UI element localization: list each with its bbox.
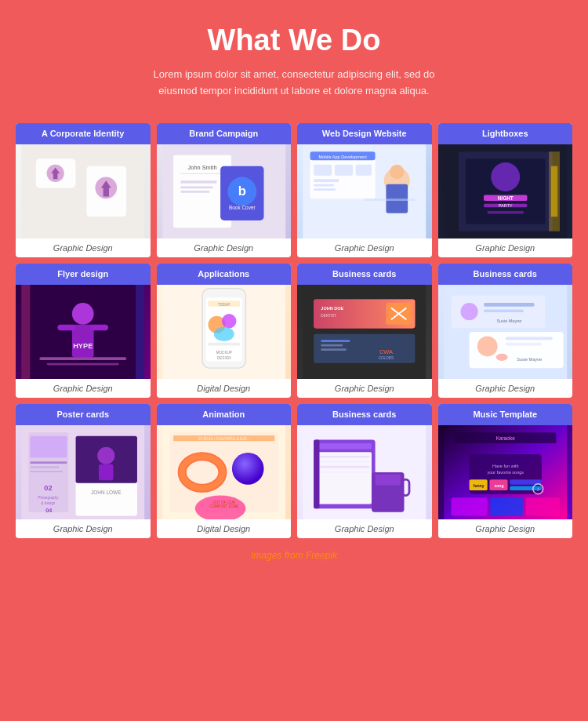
- svg-rect-46: [39, 357, 126, 360]
- svg-text:JOHN LOWE: JOHN LOWE: [91, 490, 122, 495]
- svg-text:funny: funny: [473, 484, 484, 489]
- svg-point-58: [213, 327, 234, 341]
- footer-link[interactable]: Freepik: [306, 550, 337, 561]
- card-header-music: Music Template: [438, 404, 573, 425]
- svg-rect-21: [335, 165, 353, 176]
- card-header-web: Web Design Website: [297, 123, 432, 144]
- svg-rect-71: [321, 340, 350, 342]
- svg-rect-29: [365, 198, 416, 201]
- svg-rect-117: [320, 456, 370, 458]
- svg-rect-38: [487, 211, 523, 214]
- svg-rect-20: [314, 165, 332, 176]
- card-footer-lightbox: Graphic Design: [438, 239, 573, 257]
- svg-rect-44: [57, 325, 75, 330]
- card-header-lightbox: Lightboxes: [438, 123, 573, 144]
- card-image-music: Karaoke Have fun with your favorite song…: [438, 425, 573, 519]
- svg-text:Photography: Photography: [38, 496, 59, 500]
- svg-rect-115: [318, 443, 372, 449]
- card-business-cards-1[interactable]: Business cards JOHN DOE DENTIST: [297, 264, 432, 398]
- svg-rect-47: [47, 363, 119, 366]
- card-image-lightbox: NIGHT PARTY: [438, 144, 573, 239]
- card-footer-biz3: Graphic Design: [297, 519, 432, 538]
- svg-point-27: [390, 165, 404, 179]
- svg-rect-100: [99, 464, 113, 480]
- svg-rect-24: [314, 184, 334, 187]
- svg-point-33: [491, 162, 520, 191]
- svg-rect-119: [320, 466, 370, 468]
- card-footer-brand: Graphic Design: [157, 239, 292, 257]
- svg-rect-138: [490, 497, 523, 515]
- svg-rect-62: [303, 285, 426, 379]
- card-web-design[interactable]: Web Design Website Mobile App Developmen…: [297, 123, 432, 257]
- svg-text:DESIGN: DESIGN: [216, 356, 230, 360]
- svg-rect-43: [72, 325, 94, 358]
- svg-text:PARTY: PARTY: [498, 203, 512, 208]
- card-brand-campaign[interactable]: Brand Campaign John Smith b Book Cover G…: [157, 123, 292, 257]
- card-footer-biz1: Graphic Design: [297, 379, 432, 398]
- svg-text:song: song: [494, 484, 503, 489]
- svg-text:b: b: [238, 183, 245, 198]
- card-header-animation: Animation: [157, 404, 292, 425]
- card-image-corporate: [16, 144, 151, 239]
- svg-rect-73: [321, 348, 346, 351]
- svg-rect-23: [314, 179, 339, 182]
- page-title: What We Do: [16, 24, 572, 57]
- svg-rect-123: [376, 475, 401, 486]
- svg-rect-120: [320, 471, 370, 473]
- svg-rect-11: [180, 191, 209, 193]
- card-image-web: Mobile App Development: [297, 144, 432, 239]
- svg-rect-40: [550, 166, 557, 217]
- svg-text:DENTIST: DENTIST: [321, 314, 336, 318]
- svg-rect-45: [90, 325, 108, 330]
- svg-rect-79: [484, 303, 535, 307]
- card-lightboxes[interactable]: Lightboxes NIGHT PARTY: [438, 123, 573, 257]
- svg-text:Mobile App Development: Mobile App Development: [318, 155, 367, 159]
- svg-rect-22: [356, 165, 372, 176]
- svg-rect-59: [208, 343, 240, 346]
- card-flyer-design[interactable]: Flyer design HYPE: [16, 264, 151, 398]
- svg-point-109: [231, 453, 263, 485]
- card-business-cards-3[interactable]: Business cards: [297, 404, 432, 538]
- card-footer-poster: Graphic Design: [16, 519, 151, 538]
- card-header-brand: Brand Campaign: [157, 123, 292, 144]
- card-footer-biz2: Graphic Design: [438, 379, 573, 398]
- svg-text:HYPE: HYPE: [73, 342, 93, 350]
- svg-text:CWA: CWA: [379, 348, 393, 355]
- card-business-cards-2[interactable]: Business cards Susie Mayne Susie: [438, 264, 573, 398]
- svg-rect-116: [318, 452, 372, 504]
- svg-text:22-02-21 • COLORFUL ILLUS...: 22-02-21 • COLORFUL ILLUS...: [198, 438, 250, 442]
- svg-rect-93: [30, 471, 63, 472]
- card-footer-music: Graphic Design: [438, 519, 573, 538]
- svg-rect-8: [180, 173, 223, 174]
- footer-note: Images from Freepik: [16, 550, 572, 561]
- svg-text:02: 02: [44, 484, 52, 492]
- card-animation[interactable]: Animation 22-02-21 • COLORFUL ILLUS...: [157, 404, 292, 538]
- svg-text:JOHN DOE: JOHN DOE: [321, 306, 343, 311]
- card-applications[interactable]: Applications TODAY MOCKUP DESIGN: [157, 264, 292, 398]
- card-header-biz1: Business cards: [297, 264, 432, 285]
- card-footer-corporate: Graphic Design: [16, 239, 151, 257]
- svg-text:Have fun with: Have fun with: [492, 464, 518, 468]
- card-footer-flyer: Graphic Design: [16, 379, 151, 398]
- svg-rect-80: [484, 309, 524, 312]
- card-footer-apps: Digital Design: [157, 379, 292, 398]
- card-corporate-identity[interactable]: A Corporate Identity Graphic Design: [16, 123, 151, 257]
- svg-text:John Smith: John Smith: [187, 164, 216, 171]
- card-header-poster: Poster cards: [16, 404, 151, 425]
- svg-text:Susie Mayne: Susie Mayne: [517, 357, 542, 362]
- card-header-corporate: A Corporate Identity: [16, 123, 151, 144]
- card-header-biz3: Business cards: [297, 404, 432, 425]
- svg-rect-137: [451, 497, 487, 515]
- card-image-poster: 02 Photography & design JOHN LOWE 04: [16, 425, 151, 519]
- svg-rect-25: [314, 188, 336, 191]
- card-image-biz2: Susie Mayne Susie Mayne: [438, 285, 573, 379]
- svg-text:NIGHT: NIGHT: [497, 195, 513, 201]
- card-poster-cards[interactable]: Poster cards 02 Photography & design: [16, 404, 151, 538]
- svg-text:Susie Mayne: Susie Mayne: [496, 319, 521, 323]
- svg-rect-86: [505, 343, 541, 346]
- card-header-flyer: Flyer design: [16, 264, 151, 285]
- svg-text:Karaoke: Karaoke: [495, 436, 514, 442]
- svg-text:OUT OF OUR: OUT OF OUR: [212, 501, 236, 504]
- svg-point-57: [221, 314, 235, 328]
- card-music-template[interactable]: Music Template Karaoke: [438, 404, 573, 538]
